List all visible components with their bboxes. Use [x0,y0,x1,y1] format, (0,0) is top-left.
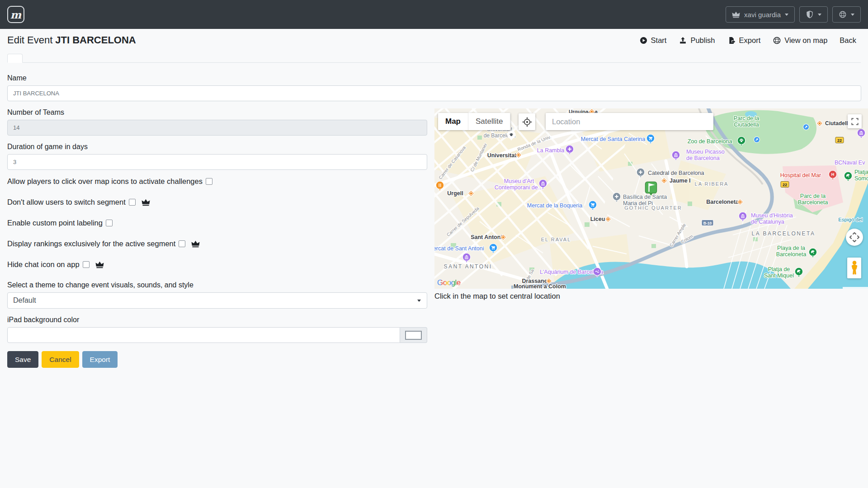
crown-icon [732,10,740,19]
action-icon [639,36,648,45]
action-icon [727,36,736,45]
checkbox-label: Hide chat icon on app [7,260,80,269]
theme-selected-value: Default [13,296,36,305]
locate-button[interactable] [519,113,535,130]
map-marker-shieldb: B-10 [702,220,713,226]
attribution-item[interactable] [862,287,868,289]
ipad-color-field-group: iPad background color [7,316,861,343]
header-action[interactable]: View on map [773,36,827,45]
tab[interactable] [38,54,53,63]
map-marker-shield: 22 [781,182,789,188]
tab[interactable] [146,54,161,63]
checkbox[interactable] [129,199,136,206]
premium-crown-icon [191,239,200,248]
map-label: Espigó del [838,217,863,222]
map-label: Museu Picassode Barcelona [686,149,725,161]
svg-text:22: 22 [837,138,842,143]
header-actions: Start Publish Export View on map Back [639,36,856,45]
map-type-satellite-button[interactable]: Satellite [468,113,510,130]
page-header: Edit EventJTI BARCELONA Start Publish Ex… [0,29,868,52]
checkbox-label: Display rankings exclusively for the act… [7,239,175,248]
duration-input[interactable] [7,154,427,170]
action-icon [773,36,781,45]
location-search-input[interactable] [546,113,713,130]
map-label: Parc de laCiutadella [734,115,759,128]
map-label: Playa de laBarceloneta [776,245,807,258]
edit-event-page: m xavi guardia Edit EventJTI BARCELONA [0,0,868,488]
action-label: Export [739,36,761,45]
attribution-item[interactable] [843,287,849,289]
checkbox-label: Allow players to click over map icons to… [7,177,203,186]
user-name: xavi guardia [744,11,781,19]
page-title-prefix: Edit Event [7,34,52,46]
attribution-item[interactable] [849,287,855,289]
svg-text:H: H [831,172,835,177]
map-marker-arrow [754,136,760,143]
map-type-map-button[interactable]: Map [438,113,468,130]
ipad-color-input[interactable] [7,327,400,343]
pegman-control[interactable] [847,258,861,278]
tab[interactable] [115,54,130,63]
color-swatch [405,331,422,340]
header-action[interactable]: Back [840,36,856,45]
map-hint-text: Click in the map to set central location [434,292,560,300]
google-logo[interactable]: Google [437,278,461,287]
tab[interactable] [7,54,23,63]
export-button[interactable]: Export [82,351,118,368]
name-field-group: Name [7,74,861,101]
map-marker-arrow [803,124,809,130]
header-action[interactable]: Export [727,36,761,45]
svg-text:22: 22 [783,183,787,187]
map-label: Mercat de Santa Caterina [581,136,645,142]
map-label: BCNaval Ev [835,160,865,166]
admin-menu-button[interactable] [799,6,828,23]
map-label: LA RIBERA [695,181,729,187]
locate-icon [522,117,533,127]
premium-crown-icon [95,260,104,269]
checkbox[interactable] [106,220,113,226]
map-widget: UrquinaonaUniversitatde BarcelonaUnivers… [434,108,868,289]
save-button[interactable]: Save [7,351,38,368]
chevron-down-icon [785,14,788,16]
checkbox[interactable] [83,261,90,268]
header-action[interactable]: Publish [679,36,715,45]
map-label: Jaume I [670,178,691,184]
checkbox[interactable] [206,178,212,185]
top-navbar: m xavi guardia [0,0,868,29]
pan-control[interactable] [846,229,863,246]
attribution-item[interactable] [855,287,862,289]
map-type-control: Map Satellite [438,113,510,130]
map-label: Sant Antoni [471,234,502,240]
tab[interactable] [69,54,84,63]
event-tabs [7,54,861,63]
language-menu-button[interactable] [832,6,861,23]
map-label: Universitat [487,152,517,159]
cancel-button[interactable]: Cancel [42,351,79,368]
action-icon [679,36,687,45]
checkbox[interactable] [179,240,185,247]
tab[interactable] [23,54,38,63]
theme-select[interactable]: Default [7,292,427,309]
name-input[interactable] [7,85,861,101]
header-action[interactable]: Start [639,36,667,45]
map-label: Platja de laSomorrostro [854,169,868,182]
map-label: Urgell [447,190,463,197]
fullscreen-icon [851,117,859,126]
map-label: Mercat de Sant Antoni [434,245,484,252]
fullscreen-button[interactable] [848,114,862,128]
app-logo[interactable]: m [7,6,24,23]
tab[interactable] [130,54,146,63]
map-label: Barceloneta [706,199,739,205]
form-buttons: Save Cancel Export [7,351,861,368]
page-title: Edit EventJTI BARCELONA [7,34,136,46]
tab[interactable] [53,54,69,63]
user-menu-button[interactable]: xavi guardia [726,6,795,23]
color-picker-addon[interactable] [400,327,427,343]
map-canvas[interactable]: UrquinaonaUniversitatde BarcelonaUnivers… [434,108,868,289]
tab[interactable] [99,54,115,63]
name-label: Name [7,74,861,82]
pan-arrows-icon [849,231,860,243]
tab[interactable] [84,54,99,63]
action-label: Publish [690,36,715,45]
action-label: View on map [784,36,827,45]
